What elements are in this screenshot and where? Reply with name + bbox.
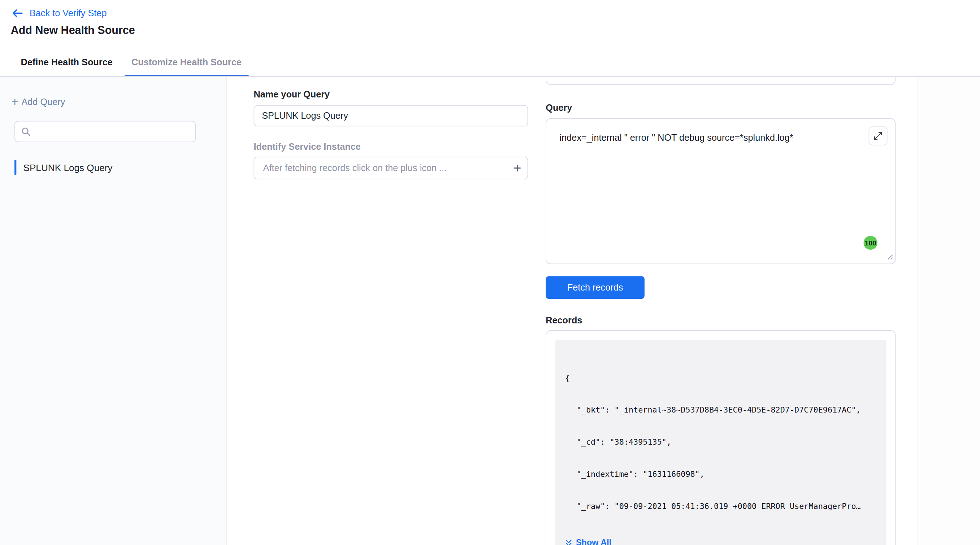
query-sidebar: + Add Query SPLUNK Logs Query bbox=[0, 77, 227, 545]
record-count-badge: 100 bbox=[864, 236, 877, 250]
record-json-line: "_bkt": "_internal~38~D537D8B4-3EC0-4D5E… bbox=[565, 405, 876, 415]
query-item-label: SPLUNK Logs Query bbox=[23, 162, 112, 173]
fetch-records-button[interactable]: Fetch records bbox=[546, 276, 644, 299]
record-json-line: "_raw": "09-09-2021 05:41:36.019 +0000 E… bbox=[565, 501, 876, 512]
records-label: Records bbox=[546, 315, 918, 325]
record-item: { "_bkt": "_internal~38~D537D8B4-3EC0-4D… bbox=[555, 340, 886, 545]
back-to-verify-link[interactable]: Back to Verify Step bbox=[0, 0, 107, 18]
selected-indicator-bar bbox=[14, 160, 16, 175]
name-query-label: Name your Query bbox=[253, 89, 546, 100]
add-service-instance-plus-icon[interactable]: + bbox=[514, 162, 521, 173]
resize-handle-icon[interactable] bbox=[886, 251, 893, 262]
expand-query-button[interactable] bbox=[869, 126, 887, 145]
service-instance-field: + bbox=[253, 157, 528, 180]
clipped-field-above[interactable] bbox=[546, 77, 896, 85]
query-editor[interactable]: index=_internal " error " NOT debug sour… bbox=[546, 118, 896, 264]
double-chevron-down-icon bbox=[565, 539, 572, 545]
expand-icon bbox=[873, 131, 882, 140]
query-list: SPLUNK Logs Query bbox=[0, 159, 227, 176]
query-panel-column: Query index=_internal " error " NOT debu… bbox=[546, 77, 918, 545]
right-gutter bbox=[918, 77, 980, 545]
service-instance-label: Identify Service Instance bbox=[253, 141, 546, 152]
record-json-line: "_cd": "38:4395135", bbox=[565, 437, 876, 448]
content-area: + Add Query SPLUNK Logs Query Name your … bbox=[0, 77, 980, 545]
back-link-label: Back to Verify Step bbox=[30, 8, 107, 18]
record-json-line: { bbox=[565, 372, 876, 383]
arrow-left-icon bbox=[11, 9, 23, 17]
query-name-input[interactable] bbox=[253, 105, 528, 126]
query-form-column: Name your Query Identify Service Instanc… bbox=[227, 77, 546, 545]
add-health-source-page: Back to Verify Step Add New Health Sourc… bbox=[0, 0, 980, 545]
query-text: index=_internal " error " NOT debug sour… bbox=[560, 133, 793, 143]
tab-bar: Define Health Source Customize Health So… bbox=[0, 50, 980, 76]
query-label: Query bbox=[546, 103, 918, 113]
record-json-line: "_indextime": "1631166098", bbox=[565, 469, 876, 480]
tab-customize-health-source[interactable]: Customize Health Source bbox=[124, 50, 248, 76]
show-all-link[interactable]: Show All bbox=[565, 538, 611, 545]
show-all-label: Show All bbox=[576, 538, 611, 545]
add-query-label: Add Query bbox=[21, 97, 65, 107]
query-search-input[interactable] bbox=[36, 126, 189, 137]
tab-define-health-source[interactable]: Define Health Source bbox=[14, 50, 119, 76]
search-icon bbox=[21, 127, 31, 136]
page-title: Add New Health Source bbox=[11, 24, 980, 37]
page-header: Back to Verify Step Add New Health Sourc… bbox=[0, 0, 980, 77]
query-search-box bbox=[14, 121, 196, 142]
plus-icon: + bbox=[11, 97, 18, 106]
service-instance-input[interactable] bbox=[262, 162, 508, 173]
record-json: { "_bkt": "_internal~38~D537D8B4-3EC0-4D… bbox=[565, 351, 876, 533]
query-list-item-selected[interactable]: SPLUNK Logs Query bbox=[0, 159, 227, 176]
records-list: { "_bkt": "_internal~38~D537D8B4-3EC0-4D… bbox=[546, 330, 896, 545]
add-query-button[interactable]: + Add Query bbox=[11, 97, 65, 107]
